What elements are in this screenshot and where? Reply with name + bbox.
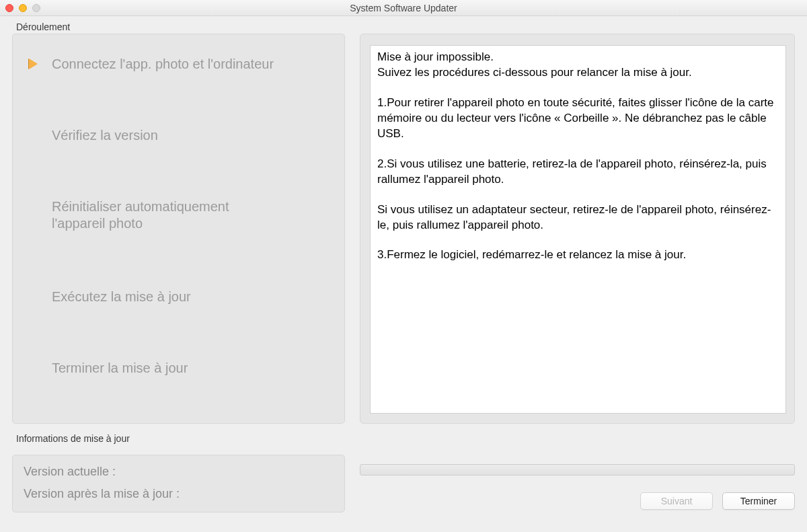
step-label: Exécutez la mise à jour [52,289,191,305]
info-after-label: Version après la mise à jour : [24,487,180,500]
step-label: Connectez l'app. photo et l'ordinateur [52,56,274,73]
steps-panel: Connectez l'app. photo et l'ordinateur V… [12,34,345,424]
info-current-label: Version actuelle : [24,465,116,478]
message-box: Mise à jour impossible. Suivez les procé… [370,45,786,414]
message-line: 1.Pour retirer l'appareil photo en toute… [377,96,779,142]
zoom-icon [32,4,40,12]
step-icon-placeholder [26,289,40,305]
button-row: Suivant Terminer [360,492,795,512]
message-line: Si vous utilisez un adaptateur secteur, … [377,202,779,233]
play-icon [26,56,40,72]
titlebar: System Software Updater [0,0,807,16]
step-finish: Terminer la mise à jour [26,360,331,377]
message-line: Mise à jour impossible. Suivez les procé… [377,50,779,81]
progress-bar [360,464,795,476]
window-title: System Software Updater [0,3,807,13]
step-connect: Connectez l'app. photo et l'ordinateur [26,56,331,73]
step-icon-placeholder [26,360,40,376]
message-line: 3.Fermez le logiciel, redémarrez-le et r… [377,248,779,263]
next-button: Suivant [640,492,713,510]
step-icon-placeholder [26,198,40,215]
step-label: Vérifiez la version [52,127,158,144]
info-section-header: Informations de mise à jour [12,433,795,444]
progress-section-header: Déroulement [12,22,795,32]
finish-button[interactable]: Terminer [722,492,795,510]
step-label: Réinitialiser automatiquement l'appareil… [52,198,280,232]
close-icon[interactable] [5,4,13,12]
step-label: Terminer la mise à jour [52,360,188,377]
right-bottom: Suivant Terminer [360,455,795,512]
step-execute: Exécutez la mise à jour [26,289,331,305]
info-current: Version actuelle : [24,465,334,479]
message-panel: Mise à jour impossible. Suivez les procé… [360,34,795,424]
window-controls [5,4,40,12]
minimize-icon[interactable] [19,4,27,12]
info-after: Version après la mise à jour : [24,487,334,501]
step-icon-placeholder [26,127,40,143]
step-verify: Vérifiez la version [26,127,331,144]
content: Déroulement Connectez l'app. photo et l'… [0,16,807,532]
message-line: 2.Si vous utilisez une batterie, retirez… [377,157,779,188]
info-panel: Version actuelle : Version après la mise… [12,455,345,512]
step-reset: Réinitialiser automatiquement l'appareil… [26,198,331,232]
